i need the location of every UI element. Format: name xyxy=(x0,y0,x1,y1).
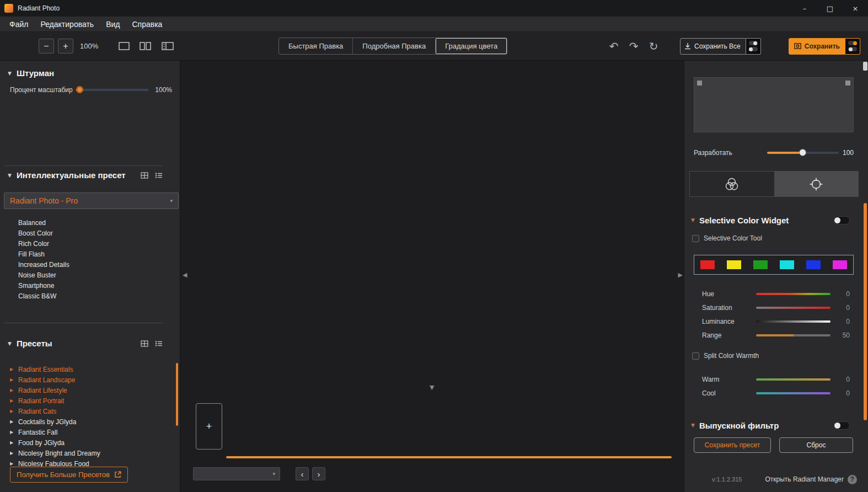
save-all-toggle-group[interactable] xyxy=(746,38,761,55)
tab-detailed-edit[interactable]: Подробная Правка xyxy=(352,38,435,54)
cyan-swatch[interactable] xyxy=(780,260,794,269)
saturation-slider[interactable] xyxy=(756,307,831,309)
warm-slider[interactable] xyxy=(756,378,831,381)
filmstrip-view-icon[interactable] xyxy=(161,41,174,51)
triangle-right-icon[interactable]: ▶ xyxy=(10,461,18,466)
list-item[interactable]: Fill Flash xyxy=(0,249,180,260)
list-item[interactable]: ▶Radiant Portrait xyxy=(0,395,180,406)
red-swatch[interactable] xyxy=(700,260,715,269)
save-mini-toggle-bottom[interactable] xyxy=(848,47,857,51)
maximize-button[interactable]: □ xyxy=(817,0,843,17)
list-item[interactable]: ▶Fantastic Fall xyxy=(0,427,180,437)
develop-slider[interactable] xyxy=(767,152,839,154)
save-toggle-group[interactable] xyxy=(845,38,860,55)
reset-button[interactable]: Сброс xyxy=(779,437,853,453)
slider-handle[interactable] xyxy=(76,86,83,93)
preset-list-scrollbar[interactable] xyxy=(176,363,178,426)
list-item[interactable]: Balanced xyxy=(0,218,180,228)
add-photo-button[interactable]: + xyxy=(196,403,222,450)
triangle-right-icon[interactable]: ▶ xyxy=(10,419,18,424)
slider-handle[interactable] xyxy=(799,149,806,156)
vertical-scrollbar[interactable] xyxy=(862,61,868,492)
tab-quick-edit[interactable]: Быстрая Правка xyxy=(279,38,352,54)
green-swatch[interactable] xyxy=(753,260,768,269)
collapse-right-panel-icon[interactable]: ▶ xyxy=(678,271,683,279)
tab-color-grading[interactable]: Градация цвета xyxy=(435,38,507,54)
selective-color-header[interactable]: ▼ Selective Color Widget xyxy=(691,215,850,226)
menu-item-view[interactable]: Вид xyxy=(100,17,126,32)
list-item[interactable]: ▶Cocktails by JGlyda xyxy=(0,416,180,427)
triangle-right-icon[interactable]: ▶ xyxy=(10,440,18,445)
list-item[interactable]: Increased Details xyxy=(0,260,180,270)
zoom-in-button[interactable]: + xyxy=(58,39,73,54)
filmstrip-scrollbar[interactable] xyxy=(226,456,672,458)
list-item[interactable]: ▶Radiant Lifestyle xyxy=(0,385,180,395)
navigator-header[interactable]: ▼ Штурман xyxy=(0,61,180,78)
minimize-button[interactable]: – xyxy=(792,0,817,17)
save-preset-button[interactable]: Сохранить пресет xyxy=(694,437,771,453)
save-button[interactable]: Сохранить xyxy=(789,38,845,55)
scrollbar-top-button[interactable] xyxy=(863,62,867,71)
list-view-icon[interactable] xyxy=(155,340,163,347)
save-all-button[interactable]: Сохранить Все xyxy=(680,38,746,55)
grid-view-icon[interactable] xyxy=(141,340,148,347)
menu-item-edit[interactable]: Редактировать xyxy=(34,17,100,32)
open-radiant-manager-link[interactable]: Открыть Radiant Manager xyxy=(765,475,844,483)
luminance-slider[interactable] xyxy=(756,320,831,323)
triangle-right-icon[interactable]: ▶ xyxy=(10,377,18,382)
list-item[interactable]: ▶Food by JGlyda xyxy=(0,437,180,448)
collapse-triangle-icon[interactable]: ▼ xyxy=(691,217,695,223)
presets-header[interactable]: ▼ Пресеты xyxy=(0,323,180,348)
previous-photo-button[interactable]: ‹ xyxy=(296,467,309,480)
save-all-mini-toggle-bottom[interactable] xyxy=(749,47,758,51)
save-all-mini-toggle-top[interactable] xyxy=(749,41,758,45)
range-slider[interactable] xyxy=(756,334,831,336)
redo-icon[interactable]: ↷ xyxy=(626,39,641,54)
list-item[interactable]: ▶Radiant Landscape xyxy=(0,375,180,385)
blue-swatch[interactable] xyxy=(806,260,821,269)
shadow-clipping-indicator[interactable] xyxy=(697,81,702,85)
magenta-swatch[interactable] xyxy=(833,260,847,269)
smart-preset-dropdown[interactable]: Radiant Photo - Pro ▾ xyxy=(4,192,179,209)
next-photo-button[interactable]: › xyxy=(312,467,325,480)
filmstrip-sort-dropdown[interactable]: ▾ xyxy=(193,467,280,480)
triangle-right-icon[interactable]: ▶ xyxy=(10,409,18,414)
triangle-right-icon[interactable]: ▶ xyxy=(10,388,18,393)
list-item[interactable]: ▶Radiant Cats xyxy=(0,406,180,416)
split-color-warmth-checkbox[interactable] xyxy=(692,352,699,360)
list-item[interactable]: Rich Color xyxy=(0,239,180,249)
close-button[interactable]: × xyxy=(843,0,868,17)
collapse-triangle-icon[interactable]: ▼ xyxy=(8,173,12,178)
menu-item-file[interactable]: Файл xyxy=(3,17,34,32)
selective-color-tab[interactable] xyxy=(774,172,859,196)
collapse-left-panel-icon[interactable]: ◀ xyxy=(183,271,187,279)
single-view-icon[interactable] xyxy=(118,41,130,51)
collapse-triangle-icon[interactable]: ▼ xyxy=(691,423,695,428)
cool-slider[interactable] xyxy=(756,392,831,394)
list-item[interactable]: ▶Radiant Essentials xyxy=(0,364,180,375)
help-icon[interactable]: ? xyxy=(848,475,857,484)
list-item[interactable]: ▶Nicolesy Bright and Dreamy xyxy=(0,448,180,458)
list-item[interactable]: Classic B&W xyxy=(0,291,180,302)
get-more-presets-button[interactable]: Получить Больше Пресетов xyxy=(10,467,128,483)
list-item[interactable]: Smartphone xyxy=(0,281,180,291)
zoom-percent-slider[interactable] xyxy=(75,89,149,91)
undo-icon[interactable]: ↶ xyxy=(606,39,621,54)
selective-color-tool-checkbox[interactable] xyxy=(692,235,699,242)
graduated-filter-toggle[interactable] xyxy=(833,421,850,430)
split-view-icon[interactable] xyxy=(139,41,152,51)
scrollbar-thumb[interactable] xyxy=(864,203,867,420)
list-view-icon[interactable] xyxy=(155,172,163,179)
reset-icon[interactable]: ↻ xyxy=(646,39,661,54)
yellow-swatch[interactable] xyxy=(727,260,741,269)
triangle-right-icon[interactable]: ▶ xyxy=(10,367,18,372)
highlight-clipping-indicator[interactable] xyxy=(845,81,850,85)
zoom-out-button[interactable]: − xyxy=(39,39,54,54)
triangle-right-icon[interactable]: ▶ xyxy=(10,398,18,403)
hue-slider[interactable] xyxy=(756,293,831,295)
selective-color-toggle[interactable] xyxy=(833,216,850,224)
list-item[interactable]: Noise Buster xyxy=(0,270,180,281)
list-item[interactable]: Boost Color xyxy=(0,228,180,239)
smart-presets-header[interactable]: ▼ Интеллектуальные пресет xyxy=(0,166,180,180)
collapse-filmstrip-icon[interactable]: ▼ xyxy=(430,384,434,391)
